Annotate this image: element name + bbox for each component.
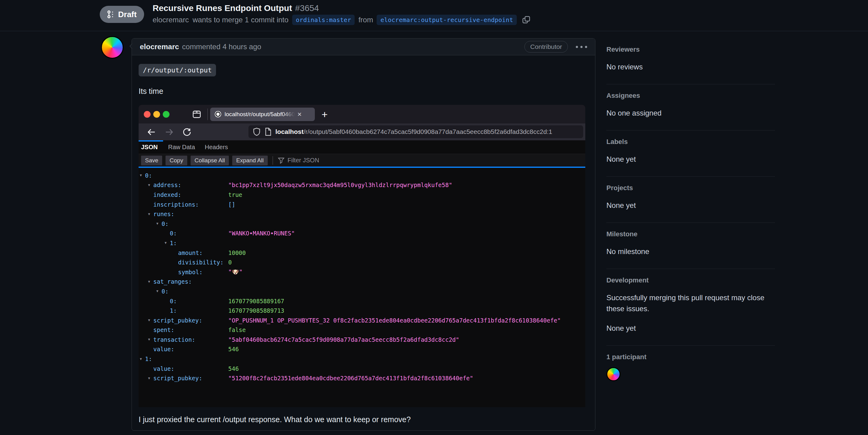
json-viewer-tabs: JSON Raw Data Headers bbox=[138, 140, 585, 154]
twisty-icon[interactable]: ▼ bbox=[148, 280, 153, 284]
comment-timestamp[interactable]: commented 4 hours ago bbox=[182, 42, 261, 51]
tab-json[interactable]: JSON bbox=[138, 140, 163, 154]
sidebar-section-projects[interactable]: Projects None yet bbox=[607, 177, 775, 223]
twisty-icon[interactable]: ▼ bbox=[148, 212, 153, 216]
merge-summary: elocremarc wants to merge 1 commit into … bbox=[153, 15, 531, 25]
zoom-window-button[interactable] bbox=[163, 111, 169, 118]
reload-icon[interactable] bbox=[182, 127, 192, 137]
json-value: [] bbox=[228, 201, 235, 208]
json-key: 1: bbox=[170, 307, 177, 314]
json-key: value: bbox=[153, 365, 175, 372]
json-tree: ▼0:▼address:"bc1pp7xzlt9jx50daqzw5rxmac3… bbox=[138, 168, 585, 383]
twisty-icon[interactable]: ▼ bbox=[165, 241, 170, 245]
twisty-icon[interactable]: ▼ bbox=[140, 173, 145, 177]
json-tree-row: 0:1670779085889167 bbox=[138, 296, 585, 306]
twisty-icon[interactable]: ▼ bbox=[148, 183, 153, 187]
participant-avatar[interactable] bbox=[607, 367, 620, 381]
twisty-icon[interactable]: ▼ bbox=[148, 337, 153, 341]
firefox-view-icon[interactable] bbox=[191, 109, 202, 120]
copy-button[interactable]: Copy bbox=[165, 156, 187, 165]
json-tree-row: value:546 bbox=[138, 364, 585, 374]
url-text: localhost/r/output/5abf0460bacb6274c7a5c… bbox=[275, 128, 552, 135]
json-key: divisibility: bbox=[178, 259, 224, 266]
json-tree-row: ▼address:"bc1pp7xzlt9jx50daqzw5rxmac3qd4… bbox=[138, 180, 585, 190]
json-value: "WANKO•MANKO•RUNES" bbox=[228, 230, 294, 237]
json-tree-row: ▼script_pubkey:"OP_PUSHNUM_1 OP_PUSHBYTE… bbox=[138, 315, 585, 325]
filter-placeholder: Filter JSON bbox=[288, 157, 319, 164]
github-pr-page: Draft Recursive Runes Endpoint Output#36… bbox=[0, 0, 868, 435]
back-icon[interactable] bbox=[147, 127, 156, 137]
json-key: runes: bbox=[153, 211, 175, 218]
tabstrip-divider bbox=[208, 108, 208, 120]
pr-author-link[interactable]: elocremarc bbox=[153, 15, 189, 24]
toolbar-divider bbox=[273, 156, 273, 165]
comment-author-link[interactable]: elocremarc bbox=[140, 42, 179, 51]
twisty-icon[interactable]: ▼ bbox=[148, 376, 153, 380]
save-button[interactable]: Save bbox=[141, 156, 162, 165]
twisty-icon[interactable]: ▼ bbox=[156, 289, 161, 293]
browser-screenshot: localhost/r/output/5abf0460bac × + bbox=[138, 105, 585, 407]
base-branch-label[interactable]: ordinals:master bbox=[292, 15, 355, 25]
json-key: 0: bbox=[145, 172, 152, 179]
json-value: "bc1pp7xzlt9jx50daqzw5rxmac3qd4m95l0vgyl… bbox=[228, 181, 452, 188]
json-tree-row: ▼1: bbox=[138, 238, 585, 248]
browser-tab[interactable]: localhost/r/output/5abf0460bac × bbox=[210, 108, 315, 121]
json-value: 0 bbox=[228, 259, 231, 266]
json-tree-row: ▼0: bbox=[138, 287, 585, 296]
draft-status-badge: Draft bbox=[100, 6, 144, 23]
json-value: "5abf0460bacb6274c7a5cac5f9d0908a77da7aa… bbox=[228, 336, 459, 343]
json-value: 546 bbox=[228, 365, 239, 372]
json-tree-row: 1:1670779085889713 bbox=[138, 306, 585, 315]
twisty-icon[interactable]: ▼ bbox=[140, 357, 145, 361]
sidebar-section-reviewers[interactable]: Reviewers No reviews bbox=[607, 38, 775, 85]
close-tab-icon[interactable]: × bbox=[298, 111, 302, 118]
avatar[interactable] bbox=[101, 36, 124, 59]
pr-sidebar: Reviewers No reviews Assignees No one as… bbox=[607, 38, 775, 381]
speech-caret-inner bbox=[127, 43, 133, 49]
participants-label: 1 participant bbox=[607, 353, 775, 361]
comment-paragraph: Its time bbox=[138, 87, 588, 96]
tab-title: localhost/r/output/5abf0460bac bbox=[224, 111, 295, 118]
sidebar-section-milestone[interactable]: Milestone No milestone bbox=[607, 223, 775, 269]
json-key: 0: bbox=[161, 221, 168, 227]
endpoint-code-span: /r/output/:output bbox=[138, 64, 216, 76]
twisty-icon[interactable]: ▼ bbox=[156, 222, 161, 226]
sidebar-section-assignees[interactable]: Assignees No one assigned bbox=[607, 85, 775, 131]
sidebar-section-labels[interactable]: Labels None yet bbox=[607, 131, 775, 177]
json-key: transaction: bbox=[153, 336, 195, 343]
json-key: 0: bbox=[161, 288, 168, 295]
collapse-all-button[interactable]: Collapse All bbox=[191, 156, 229, 165]
tab-headers[interactable]: Headers bbox=[200, 140, 233, 154]
json-value: 1670779085889167 bbox=[228, 298, 284, 304]
new-tab-icon[interactable]: + bbox=[321, 109, 328, 120]
json-key: symbol: bbox=[178, 269, 203, 275]
json-value: 1670779085889713 bbox=[228, 307, 284, 314]
json-tree-row: symbol:"🐶" bbox=[138, 267, 585, 277]
close-window-button[interactable] bbox=[144, 111, 151, 118]
json-tree-row: spent:false bbox=[138, 325, 585, 335]
json-tree-row: indexed:true bbox=[138, 190, 585, 200]
tab-raw-data[interactable]: Raw Data bbox=[163, 140, 200, 154]
url-bar[interactable]: localhost/r/output/5abf0460bacb6274c7a5c… bbox=[248, 125, 583, 138]
json-value: "51200f8c2facb2351ede804ea0cdbee2206d765… bbox=[228, 375, 473, 381]
json-key: amount: bbox=[178, 249, 203, 256]
forward-icon[interactable] bbox=[164, 127, 174, 137]
json-key: indexed: bbox=[153, 191, 181, 198]
copy-branch-icon[interactable] bbox=[522, 15, 531, 25]
minimize-window-button[interactable] bbox=[153, 111, 160, 118]
kebab-menu-icon[interactable] bbox=[576, 46, 587, 48]
json-key: script_pubkey: bbox=[153, 375, 202, 381]
head-branch-label[interactable]: elocremarc:output-recursive-endpoint bbox=[377, 15, 517, 25]
expand-all-button[interactable]: Expand All bbox=[232, 156, 268, 165]
json-value: "🐶" bbox=[228, 268, 243, 275]
shield-icon[interactable] bbox=[253, 128, 261, 136]
json-key: 1: bbox=[170, 240, 177, 246]
json-key: 0: bbox=[170, 230, 177, 237]
json-tree-row: ▼0: bbox=[138, 171, 585, 180]
twisty-icon[interactable]: ▼ bbox=[148, 318, 153, 322]
json-tree-row: ▼runes: bbox=[138, 209, 585, 219]
filter-json-input[interactable]: Filter JSON bbox=[278, 157, 319, 164]
page-info-icon[interactable] bbox=[265, 128, 272, 136]
json-tree-row: ▼script_pubkey:"51200f8c2facb2351ede804e… bbox=[138, 373, 585, 383]
json-key: inscriptions: bbox=[153, 201, 199, 208]
